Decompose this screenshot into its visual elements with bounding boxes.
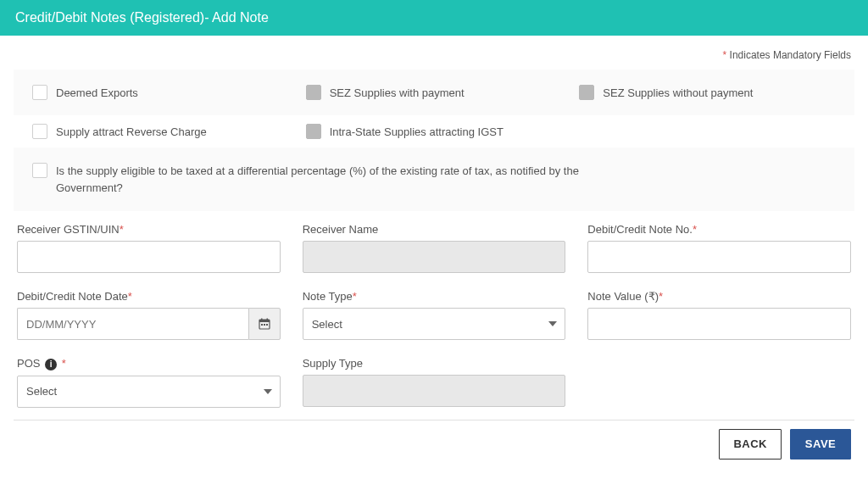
field-label: POS i * — [17, 357, 281, 370]
note-value-input[interactable] — [587, 308, 851, 340]
svg-rect-2 — [261, 319, 263, 321]
svg-rect-5 — [264, 324, 265, 326]
save-button[interactable]: SAVE — [790, 429, 851, 460]
checkbox-label: Intra-State Supplies attracting IGST — [330, 125, 504, 138]
mandatory-text: Indicates Mandatory Fields — [726, 49, 851, 61]
calendar-icon — [259, 318, 270, 330]
pos-select[interactable]: Select — [17, 376, 281, 408]
field-note-date: Debit/Credit Note Date* — [17, 290, 281, 340]
svg-rect-4 — [261, 324, 263, 326]
checkbox-differential-rate[interactable] — [32, 163, 47, 178]
checkbox-icon — [579, 85, 594, 100]
field-label: Supply Type — [303, 357, 566, 370]
receiver-name-input — [303, 241, 566, 273]
checkbox-icon — [32, 85, 47, 100]
note-type-select[interactable]: Select — [303, 308, 566, 340]
field-note-value: Note Value (₹)* — [587, 290, 851, 340]
field-receiver-name: Receiver Name — [303, 223, 566, 273]
calendar-button[interactable] — [248, 308, 281, 340]
note-no-input[interactable] — [587, 241, 851, 273]
supply-flags-panel-2: Supply attract Reverse Charge Intra-Stat… — [14, 120, 854, 142]
checkbox-icon — [32, 163, 47, 178]
checkbox-label: Supply attract Reverse Charge — [56, 125, 207, 138]
field-label: Debit/Credit Note No.* — [587, 223, 851, 236]
field-label: Note Type* — [303, 290, 566, 303]
checkbox-intra-state-igst[interactable]: Intra-State Supplies attracting IGST — [306, 124, 563, 139]
checkbox-deemed-exports[interactable]: Deemed Exports — [32, 85, 289, 100]
checkbox-icon — [32, 124, 47, 139]
page-body: * Indicates Mandatory Fields Deemed Expo… — [0, 36, 868, 460]
form-grid: Receiver GSTIN/UIN* Receiver Name Debit/… — [14, 216, 854, 416]
page-header: Credit/Debit Notes (Registered)- Add Not… — [0, 0, 868, 36]
differential-text: Is the supply eligible to be taxed at a … — [56, 163, 598, 196]
field-label: Receiver GSTIN/UIN* — [17, 223, 281, 236]
field-pos: POS i * Select — [17, 357, 281, 408]
field-label: Receiver Name — [303, 223, 566, 236]
field-label: Debit/Credit Note Date* — [17, 290, 281, 303]
checkbox-icon — [306, 124, 321, 139]
mandatory-hint: * Indicates Mandatory Fields — [14, 47, 854, 70]
supply-flags-panel: Deemed Exports SEZ Supplies with payment… — [14, 70, 854, 115]
field-supply-type: Supply Type — [303, 357, 566, 408]
checkbox-sez-without-payment[interactable]: SEZ Supplies without payment — [579, 85, 836, 100]
checkbox-label: Deemed Exports — [56, 86, 138, 99]
differential-panel: Is the supply eligible to be taxed at a … — [14, 148, 854, 211]
svg-rect-3 — [266, 319, 268, 321]
receiver-gstin-input[interactable] — [17, 241, 281, 273]
checkbox-label: SEZ Supplies with payment — [330, 86, 465, 99]
svg-rect-6 — [266, 324, 268, 326]
supply-type-input — [303, 375, 566, 407]
checkbox-reverse-charge[interactable]: Supply attract Reverse Charge — [32, 124, 289, 139]
page-title: Credit/Debit Notes (Registered)- Add Not… — [15, 10, 269, 25]
checkbox-icon — [306, 85, 321, 100]
info-icon[interactable]: i — [45, 359, 57, 370]
field-receiver-gstin: Receiver GSTIN/UIN* — [17, 223, 281, 273]
checkbox-label: SEZ Supplies without payment — [603, 86, 753, 99]
checkbox-sez-with-payment[interactable]: SEZ Supplies with payment — [306, 85, 563, 100]
svg-rect-1 — [259, 320, 270, 322]
field-note-type: Note Type* Select — [303, 290, 566, 340]
field-label: Note Value (₹)* — [587, 290, 851, 303]
back-button[interactable]: BACK — [719, 429, 782, 460]
field-note-no: Debit/Credit Note No.* — [587, 223, 851, 273]
footer-actions: BACK SAVE — [14, 420, 854, 460]
note-date-input[interactable] — [17, 308, 248, 340]
